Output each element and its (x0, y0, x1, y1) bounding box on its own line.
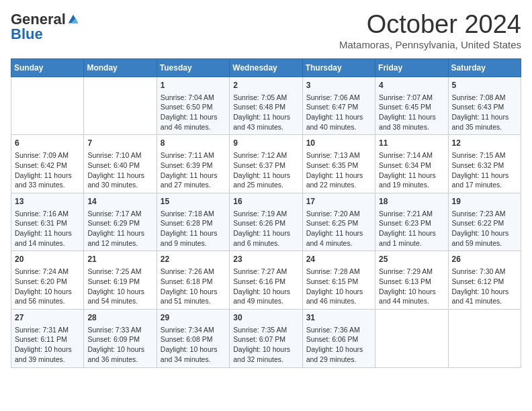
day-number: 7 (87, 138, 152, 149)
calendar-cell: 28Sunrise: 7:33 AM Sunset: 6:09 PM Dayli… (84, 309, 157, 367)
day-number: 23 (233, 254, 298, 265)
calendar-cell: 31Sunrise: 7:36 AM Sunset: 6:06 PM Dayli… (302, 309, 375, 367)
day-info: Sunrise: 7:34 AM Sunset: 6:08 PM Dayligh… (161, 325, 226, 365)
calendar-cell: 4Sunrise: 7:07 AM Sunset: 6:45 PM Daylig… (375, 77, 448, 135)
day-number: 25 (379, 254, 444, 265)
calendar-week-row: 13Sunrise: 7:16 AM Sunset: 6:31 PM Dayli… (11, 193, 521, 251)
day-number: 22 (161, 254, 226, 265)
calendar-week-row: 27Sunrise: 7:31 AM Sunset: 6:11 PM Dayli… (11, 309, 521, 367)
day-number: 19 (452, 196, 517, 208)
day-info: Sunrise: 7:36 AM Sunset: 6:06 PM Dayligh… (306, 325, 371, 365)
location-subtitle: Matamoras, Pennsylvania, United States (339, 39, 521, 50)
calendar-table: SundayMondayTuesdayWednesdayThursdayFrid… (11, 58, 521, 368)
day-info: Sunrise: 7:09 AM Sunset: 6:42 PM Dayligh… (15, 150, 80, 190)
day-info: Sunrise: 7:26 AM Sunset: 6:18 PM Dayligh… (161, 267, 226, 306)
day-number: 26 (452, 254, 517, 265)
day-of-week-header: Sunday (11, 58, 84, 77)
day-number: 16 (233, 196, 298, 208)
day-number: 8 (161, 138, 226, 149)
day-info: Sunrise: 7:13 AM Sunset: 6:35 PM Dayligh… (306, 150, 371, 190)
day-of-week-header: Wednesday (230, 58, 302, 77)
day-of-week-header: Thursday (302, 58, 375, 77)
day-info: Sunrise: 7:05 AM Sunset: 6:48 PM Dayligh… (233, 93, 298, 132)
calendar-cell: 27Sunrise: 7:31 AM Sunset: 6:11 PM Dayli… (11, 309, 84, 367)
calendar-week-row: 1Sunrise: 7:04 AM Sunset: 6:50 PM Daylig… (11, 77, 521, 135)
day-number: 4 (379, 80, 444, 91)
day-number: 20 (15, 254, 80, 265)
calendar-cell: 18Sunrise: 7:21 AM Sunset: 6:23 PM Dayli… (375, 193, 448, 251)
day-number: 9 (233, 138, 298, 149)
day-number: 10 (306, 138, 371, 149)
calendar-cell: 24Sunrise: 7:28 AM Sunset: 6:15 PM Dayli… (302, 251, 375, 310)
day-number: 3 (306, 80, 371, 91)
calendar-cell: 29Sunrise: 7:34 AM Sunset: 6:08 PM Dayli… (157, 309, 229, 367)
day-info: Sunrise: 7:20 AM Sunset: 6:25 PM Dayligh… (306, 209, 371, 248)
day-number: 2 (233, 80, 298, 91)
day-number: 13 (15, 196, 80, 208)
day-info: Sunrise: 7:14 AM Sunset: 6:34 PM Dayligh… (379, 150, 444, 190)
calendar-cell: 7Sunrise: 7:10 AM Sunset: 6:40 PM Daylig… (84, 135, 157, 193)
calendar-cell: 12Sunrise: 7:15 AM Sunset: 6:32 PM Dayli… (448, 135, 521, 193)
day-number: 6 (15, 138, 80, 149)
calendar-cell: 25Sunrise: 7:29 AM Sunset: 6:13 PM Dayli… (375, 251, 448, 310)
day-info: Sunrise: 7:06 AM Sunset: 6:47 PM Dayligh… (306, 93, 371, 132)
day-number: 11 (379, 138, 444, 149)
day-info: Sunrise: 7:33 AM Sunset: 6:09 PM Dayligh… (87, 325, 152, 365)
day-info: Sunrise: 7:23 AM Sunset: 6:22 PM Dayligh… (452, 209, 517, 248)
calendar-cell (84, 77, 157, 135)
calendar-cell: 9Sunrise: 7:12 AM Sunset: 6:37 PM Daylig… (230, 135, 302, 193)
day-info: Sunrise: 7:29 AM Sunset: 6:13 PM Dayligh… (379, 267, 444, 306)
day-info: Sunrise: 7:04 AM Sunset: 6:50 PM Dayligh… (161, 93, 226, 132)
calendar-cell: 3Sunrise: 7:06 AM Sunset: 6:47 PM Daylig… (302, 77, 375, 135)
calendar-cell: 17Sunrise: 7:20 AM Sunset: 6:25 PM Dayli… (302, 193, 375, 251)
day-number: 31 (306, 312, 371, 324)
calendar-cell (448, 309, 521, 367)
day-number: 24 (306, 254, 371, 265)
day-info: Sunrise: 7:12 AM Sunset: 6:37 PM Dayligh… (233, 150, 298, 190)
day-info: Sunrise: 7:18 AM Sunset: 6:28 PM Dayligh… (161, 209, 226, 248)
calendar-cell: 30Sunrise: 7:35 AM Sunset: 6:07 PM Dayli… (230, 309, 302, 367)
calendar-cell: 10Sunrise: 7:13 AM Sunset: 6:35 PM Dayli… (302, 135, 375, 193)
calendar-cell: 8Sunrise: 7:11 AM Sunset: 6:39 PM Daylig… (157, 135, 229, 193)
day-number: 15 (161, 196, 226, 208)
day-info: Sunrise: 7:31 AM Sunset: 6:11 PM Dayligh… (15, 325, 80, 365)
day-of-week-header: Tuesday (157, 58, 229, 77)
day-info: Sunrise: 7:25 AM Sunset: 6:19 PM Dayligh… (87, 267, 152, 306)
day-info: Sunrise: 7:30 AM Sunset: 6:12 PM Dayligh… (452, 267, 517, 306)
day-info: Sunrise: 7:19 AM Sunset: 6:26 PM Dayligh… (233, 209, 298, 248)
day-number: 29 (161, 312, 226, 324)
calendar-cell: 13Sunrise: 7:16 AM Sunset: 6:31 PM Dayli… (11, 193, 84, 251)
day-number: 17 (306, 196, 371, 208)
calendar-cell: 16Sunrise: 7:19 AM Sunset: 6:26 PM Dayli… (230, 193, 302, 251)
calendar-week-row: 6Sunrise: 7:09 AM Sunset: 6:42 PM Daylig… (11, 135, 521, 193)
day-info: Sunrise: 7:17 AM Sunset: 6:29 PM Dayligh… (87, 209, 152, 248)
day-info: Sunrise: 7:21 AM Sunset: 6:23 PM Dayligh… (379, 209, 444, 248)
day-number: 28 (87, 312, 152, 324)
calendar-cell: 11Sunrise: 7:14 AM Sunset: 6:34 PM Dayli… (375, 135, 448, 193)
day-info: Sunrise: 7:08 AM Sunset: 6:43 PM Dayligh… (452, 93, 517, 132)
title-block: October 2024 Matamoras, Pennsylvania, Un… (339, 11, 521, 50)
day-number: 5 (452, 80, 517, 91)
calendar-cell: 15Sunrise: 7:18 AM Sunset: 6:28 PM Dayli… (157, 193, 229, 251)
day-info: Sunrise: 7:27 AM Sunset: 6:16 PM Dayligh… (233, 267, 298, 306)
calendar-cell: 21Sunrise: 7:25 AM Sunset: 6:19 PM Dayli… (84, 251, 157, 310)
day-number: 27 (15, 312, 80, 324)
calendar-cell: 6Sunrise: 7:09 AM Sunset: 6:42 PM Daylig… (11, 135, 84, 193)
day-number: 21 (87, 254, 152, 265)
calendar-cell (11, 77, 84, 135)
day-number: 12 (452, 138, 517, 149)
calendar-cell: 1Sunrise: 7:04 AM Sunset: 6:50 PM Daylig… (157, 77, 229, 135)
day-info: Sunrise: 7:15 AM Sunset: 6:32 PM Dayligh… (452, 150, 517, 190)
calendar-cell (375, 309, 448, 367)
calendar-cell: 5Sunrise: 7:08 AM Sunset: 6:43 PM Daylig… (448, 77, 521, 135)
month-title: October 2024 (339, 11, 521, 39)
day-of-week-header: Friday (375, 58, 448, 77)
day-info: Sunrise: 7:16 AM Sunset: 6:31 PM Dayligh… (15, 209, 80, 248)
day-of-week-header: Saturday (448, 58, 521, 77)
calendar-cell: 22Sunrise: 7:26 AM Sunset: 6:18 PM Dayli… (157, 251, 229, 310)
day-info: Sunrise: 7:28 AM Sunset: 6:15 PM Dayligh… (306, 267, 371, 306)
logo-blue-text: Blue (11, 26, 43, 42)
logo: General Blue (11, 11, 79, 43)
day-info: Sunrise: 7:07 AM Sunset: 6:45 PM Dayligh… (379, 93, 444, 132)
day-info: Sunrise: 7:11 AM Sunset: 6:39 PM Dayligh… (161, 150, 226, 190)
